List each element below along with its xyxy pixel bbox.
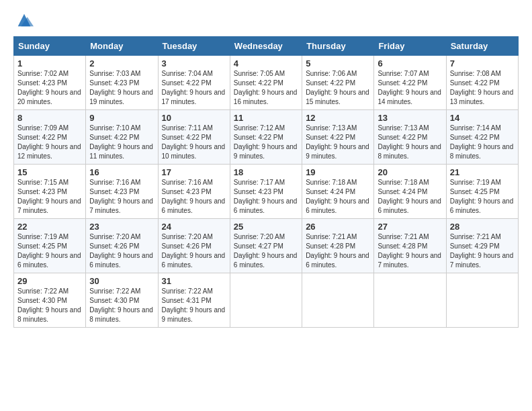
- day-number: 4: [234, 58, 298, 68]
- day-info: Sunrise: 7:22 AMSunset: 4:30 PMDaylight:…: [89, 287, 153, 323]
- day-number: 29: [17, 276, 82, 286]
- calendar-table: SundayMondayTuesdayWednesdayThursdayFrid…: [13, 36, 519, 328]
- calendar-cell: 12 Sunrise: 7:13 AMSunset: 4:22 PMDaylig…: [302, 110, 374, 165]
- day-info: Sunrise: 7:11 AMSunset: 4:22 PMDaylight:…: [162, 124, 226, 160]
- day-info: Sunrise: 7:15 AMSunset: 4:23 PMDaylight:…: [17, 179, 81, 214]
- calendar-cell: 17 Sunrise: 7:16 AMSunset: 4:23 PMDaylig…: [158, 165, 230, 219]
- calendar-cell: 3 Sunrise: 7:04 AMSunset: 4:22 PMDayligh…: [158, 56, 230, 110]
- calendar-cell: 11 Sunrise: 7:12 AMSunset: 4:22 PMDaylig…: [230, 110, 302, 165]
- day-number: 5: [306, 58, 370, 68]
- day-number: 31: [162, 276, 226, 286]
- calendar-cell: 21 Sunrise: 7:19 AMSunset: 4:25 PMDaylig…: [446, 165, 518, 219]
- calendar-cell: 25 Sunrise: 7:20 AMSunset: 4:27 PMDaylig…: [230, 219, 302, 273]
- day-info: Sunrise: 7:21 AMSunset: 4:28 PMDaylight:…: [378, 233, 441, 269]
- calendar-cell: 8 Sunrise: 7:09 AMSunset: 4:22 PMDayligh…: [14, 110, 86, 165]
- calendar-header-tuesday: Tuesday: [158, 37, 230, 56]
- day-info: Sunrise: 7:20 AMSunset: 4:27 PMDaylight:…: [234, 233, 298, 269]
- calendar-header-row: SundayMondayTuesdayWednesdayThursdayFrid…: [14, 37, 519, 56]
- calendar-cell: 10 Sunrise: 7:11 AMSunset: 4:22 PMDaylig…: [158, 110, 230, 165]
- calendar-cell: 18 Sunrise: 7:17 AMSunset: 4:23 PMDaylig…: [230, 165, 302, 219]
- calendar-header-wednesday: Wednesday: [230, 37, 302, 56]
- calendar-cell: [446, 273, 518, 328]
- day-number: 9: [89, 113, 154, 123]
- day-info: Sunrise: 7:12 AMSunset: 4:22 PMDaylight:…: [234, 124, 298, 160]
- day-number: 25: [234, 222, 298, 232]
- calendar-cell: 20 Sunrise: 7:18 AMSunset: 4:24 PMDaylig…: [374, 165, 446, 219]
- calendar-week-4: 22 Sunrise: 7:19 AMSunset: 4:25 PMDaylig…: [14, 219, 519, 273]
- calendar-cell: 14 Sunrise: 7:14 AMSunset: 4:22 PMDaylig…: [446, 110, 518, 165]
- calendar-cell: [302, 273, 374, 328]
- calendar-cell: 28 Sunrise: 7:21 AMSunset: 4:29 PMDaylig…: [446, 219, 518, 273]
- day-number: 27: [378, 222, 442, 232]
- day-info: Sunrise: 7:13 AMSunset: 4:22 PMDaylight:…: [306, 124, 369, 160]
- calendar-cell: 23 Sunrise: 7:20 AMSunset: 4:26 PMDaylig…: [86, 219, 158, 273]
- calendar-cell: 27 Sunrise: 7:21 AMSunset: 4:28 PMDaylig…: [374, 219, 446, 273]
- calendar-header-thursday: Thursday: [302, 37, 374, 56]
- day-number: 12: [306, 113, 370, 123]
- calendar-cell: 7 Sunrise: 7:08 AMSunset: 4:22 PMDayligh…: [446, 56, 518, 110]
- day-number: 15: [17, 167, 82, 177]
- day-info: Sunrise: 7:08 AMSunset: 4:22 PMDaylight:…: [450, 70, 514, 105]
- day-number: 28: [450, 222, 515, 232]
- day-info: Sunrise: 7:17 AMSunset: 4:23 PMDaylight:…: [234, 179, 298, 214]
- calendar-cell: 4 Sunrise: 7:05 AMSunset: 4:22 PMDayligh…: [230, 56, 302, 110]
- calendar-cell: 1 Sunrise: 7:02 AMSunset: 4:23 PMDayligh…: [14, 56, 86, 110]
- calendar-cell: 22 Sunrise: 7:19 AMSunset: 4:25 PMDaylig…: [14, 219, 86, 273]
- calendar-cell: 13 Sunrise: 7:13 AMSunset: 4:22 PMDaylig…: [374, 110, 446, 165]
- logo: [13, 11, 34, 30]
- day-info: Sunrise: 7:03 AMSunset: 4:23 PMDaylight:…: [89, 70, 153, 105]
- day-info: Sunrise: 7:22 AMSunset: 4:31 PMDaylight:…: [162, 287, 226, 323]
- day-number: 16: [89, 167, 154, 177]
- day-info: Sunrise: 7:02 AMSunset: 4:23 PMDaylight:…: [17, 70, 81, 105]
- day-number: 1: [17, 58, 82, 68]
- day-number: 2: [89, 58, 154, 68]
- day-number: 14: [450, 113, 515, 123]
- day-number: 19: [306, 167, 370, 177]
- calendar-header-monday: Monday: [86, 37, 158, 56]
- day-info: Sunrise: 7:04 AMSunset: 4:22 PMDaylight:…: [162, 70, 226, 105]
- day-number: 17: [162, 167, 226, 177]
- day-number: 23: [89, 222, 154, 232]
- calendar-cell: [374, 273, 446, 328]
- day-number: 8: [17, 113, 82, 123]
- day-number: 18: [234, 167, 298, 177]
- calendar-week-1: 1 Sunrise: 7:02 AMSunset: 4:23 PMDayligh…: [14, 56, 519, 110]
- day-number: 24: [162, 222, 226, 232]
- header: [13, 11, 519, 30]
- day-info: Sunrise: 7:10 AMSunset: 4:22 PMDaylight:…: [89, 124, 153, 160]
- logo-icon: [15, 11, 34, 30]
- day-info: Sunrise: 7:13 AMSunset: 4:22 PMDaylight:…: [378, 124, 441, 160]
- calendar-cell: 19 Sunrise: 7:18 AMSunset: 4:24 PMDaylig…: [302, 165, 374, 219]
- day-info: Sunrise: 7:19 AMSunset: 4:25 PMDaylight:…: [17, 233, 81, 269]
- day-info: Sunrise: 7:18 AMSunset: 4:24 PMDaylight:…: [378, 179, 441, 214]
- day-info: Sunrise: 7:16 AMSunset: 4:23 PMDaylight:…: [89, 179, 153, 214]
- day-number: 30: [89, 276, 154, 286]
- day-info: Sunrise: 7:21 AMSunset: 4:29 PMDaylight:…: [450, 233, 514, 269]
- calendar-cell: 26 Sunrise: 7:21 AMSunset: 4:28 PMDaylig…: [302, 219, 374, 273]
- day-info: Sunrise: 7:06 AMSunset: 4:22 PMDaylight:…: [306, 70, 369, 105]
- day-info: Sunrise: 7:22 AMSunset: 4:30 PMDaylight:…: [17, 287, 81, 323]
- day-number: 11: [234, 113, 298, 123]
- day-info: Sunrise: 7:19 AMSunset: 4:25 PMDaylight:…: [450, 179, 514, 214]
- day-info: Sunrise: 7:20 AMSunset: 4:26 PMDaylight:…: [162, 233, 226, 269]
- day-info: Sunrise: 7:09 AMSunset: 4:22 PMDaylight:…: [17, 124, 81, 160]
- day-number: 20: [378, 167, 442, 177]
- day-info: Sunrise: 7:05 AMSunset: 4:22 PMDaylight:…: [234, 70, 298, 105]
- page: SundayMondayTuesdayWednesdayThursdayFrid…: [0, 0, 532, 411]
- day-number: 3: [162, 58, 226, 68]
- calendar-cell: 29 Sunrise: 7:22 AMSunset: 4:30 PMDaylig…: [14, 273, 86, 328]
- day-info: Sunrise: 7:07 AMSunset: 4:22 PMDaylight:…: [378, 70, 441, 105]
- calendar-cell: 30 Sunrise: 7:22 AMSunset: 4:30 PMDaylig…: [86, 273, 158, 328]
- day-info: Sunrise: 7:16 AMSunset: 4:23 PMDaylight:…: [162, 179, 226, 214]
- calendar-week-5: 29 Sunrise: 7:22 AMSunset: 4:30 PMDaylig…: [14, 273, 519, 328]
- calendar-cell: 15 Sunrise: 7:15 AMSunset: 4:23 PMDaylig…: [14, 165, 86, 219]
- day-number: 7: [450, 58, 515, 68]
- calendar-cell: 9 Sunrise: 7:10 AMSunset: 4:22 PMDayligh…: [86, 110, 158, 165]
- day-number: 22: [17, 222, 82, 232]
- calendar-cell: 24 Sunrise: 7:20 AMSunset: 4:26 PMDaylig…: [158, 219, 230, 273]
- day-number: 21: [450, 167, 515, 177]
- calendar-cell: [230, 273, 302, 328]
- day-info: Sunrise: 7:18 AMSunset: 4:24 PMDaylight:…: [306, 179, 369, 214]
- calendar-header-sunday: Sunday: [14, 37, 86, 56]
- day-number: 13: [378, 113, 442, 123]
